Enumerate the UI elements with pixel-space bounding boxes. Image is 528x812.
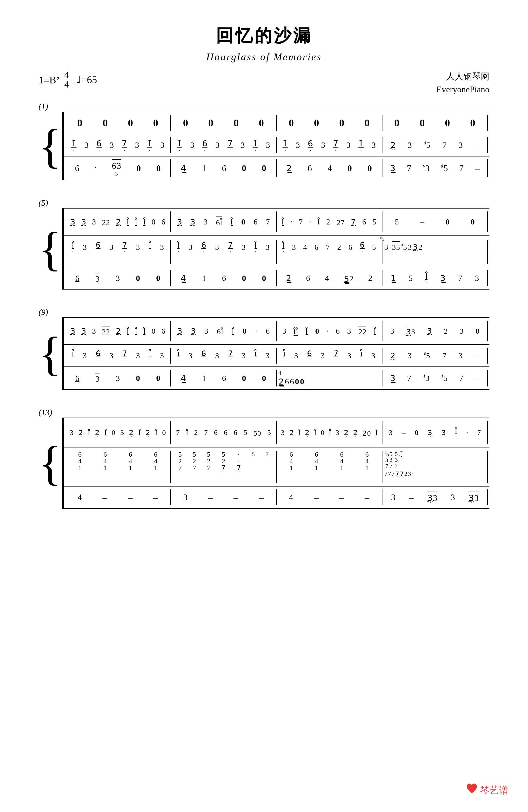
note: i̊ [374, 327, 376, 336]
dotted-chord: 5 3 7 · · [395, 451, 402, 468]
note: 0 [156, 374, 160, 383]
note: 7̇ · [228, 349, 233, 362]
staff-group-9: { 3̣ 3̣ 3 2 2 [39, 317, 489, 390]
note: 2̲ [279, 377, 284, 387]
note: 0 [445, 117, 450, 129]
note: 3 [241, 141, 245, 150]
note: i̊ [127, 327, 129, 336]
measure-15-4: 3 – 3̣ 3 3 3̣ 3 [382, 492, 487, 503]
note: 3̣ [177, 327, 182, 336]
chord-note: 4 [340, 458, 343, 465]
brace-13: { [39, 418, 62, 509]
measure-1-1: 0 0 0 0 [65, 117, 171, 129]
arc-group: 6 i̊ [216, 217, 222, 227]
note: 7 [459, 163, 464, 173]
note: i̊ [135, 217, 137, 227]
note: 6 [214, 429, 218, 437]
note: · [309, 217, 311, 227]
note: 0 [153, 117, 158, 129]
note: · [400, 452, 402, 468]
note: 3 [266, 141, 270, 150]
note: 2 [337, 243, 341, 252]
chord-note: 5 [222, 451, 225, 458]
note: 0 [136, 374, 140, 383]
note: – [409, 492, 413, 503]
staff-row-5-3: 6 · 3 3 0 0 [64, 267, 489, 290]
note: 3̣ [413, 243, 417, 252]
note: i̊ [221, 327, 223, 336]
note: 5 [372, 243, 376, 252]
note: 5 [244, 429, 247, 437]
chord-note: 6 [290, 451, 293, 458]
staff-row-9-3: 6 · 3 3 0 0 [64, 366, 489, 390]
chord-note: · [238, 451, 239, 458]
measure-15-1: 4 – – – [65, 492, 171, 503]
note: i̊ [143, 217, 146, 227]
note: 0 [470, 117, 475, 129]
note: i̊ [220, 218, 222, 227]
note: 6 [336, 327, 340, 336]
note: 3 [84, 141, 88, 150]
note-1b-dot: 1̇ · [147, 139, 152, 151]
note: – [365, 492, 369, 503]
note: 0 [348, 163, 352, 173]
arc-label: 3 [115, 171, 118, 177]
note: 2̣ [391, 351, 395, 360]
note: 7 [266, 451, 268, 458]
bar-end [487, 137, 488, 153]
staff-row-9-2: i̊ · 3 6̇ · 3 7̇ [64, 344, 489, 366]
chord-note: 6 [365, 451, 369, 458]
note: 0 [162, 429, 166, 437]
note: 3 [92, 327, 96, 336]
note: 4̲ [181, 374, 186, 383]
note: 3 [216, 141, 220, 150]
bar-end [487, 212, 488, 232]
note: 3 [371, 351, 375, 360]
note: 2̣ [146, 429, 150, 437]
dot: · [310, 149, 311, 151]
note: 7̇ · [122, 349, 127, 362]
note: 6· [75, 163, 79, 173]
measure-11-1: 6 · 3 3 0 0 [65, 373, 171, 383]
bar-end [487, 421, 488, 444]
note: 7 [204, 429, 208, 437]
note: i̊ [314, 429, 316, 437]
staff-row-5-1: 3̣ 3̣ 3 2 2 2̣ i̊ i̊ i̊ [64, 208, 489, 235]
note: i̊ [376, 429, 377, 437]
measure-2-1: 1̇ · 3 6̇ · 3 7̇ [65, 139, 171, 151]
arc-group: 2 2 [102, 326, 110, 336]
note: 3 [117, 161, 121, 171]
chord-note: 2 [193, 458, 196, 465]
note: 6̇ · [201, 349, 206, 362]
arc-group: · [400, 451, 402, 468]
staff-group-1: { 0 0 0 0 [39, 112, 489, 180]
measure-3-4: 3̲ 7 ♯3 ♯5 7 – [382, 163, 487, 174]
note: 6 [222, 163, 226, 173]
note: 5 [396, 243, 400, 252]
note: 2̣ [116, 217, 121, 227]
logo-text: 琴艺谱 [480, 784, 509, 797]
key-display: 1=B♭ [39, 73, 60, 86]
note: 2 [106, 217, 110, 227]
note: 1̇ [177, 139, 182, 148]
dot: · [284, 149, 286, 151]
chord-note: 7 [207, 465, 210, 472]
chord-note: 5 [193, 451, 196, 458]
note: 2̤ [391, 140, 396, 150]
chord: 6 4 1 [103, 451, 107, 472]
chord-row: ♯5 3 7 5 3 7 [384, 451, 402, 469]
measure-10-3: i̊ · 3 6̇ · 3 7̇ [277, 349, 382, 362]
note: i̊· [282, 217, 284, 227]
note: 4 [327, 163, 332, 173]
note: i̊ · [455, 426, 457, 439]
note: 2̣ [289, 429, 294, 437]
bar-end [487, 321, 488, 342]
note: 3 [346, 141, 350, 150]
chord: ♯5 3 7 [384, 451, 389, 469]
note: – [314, 492, 319, 503]
chord: 5 2 7 [193, 451, 196, 472]
note: 0 [242, 374, 246, 383]
note: 0 [136, 274, 140, 283]
note: 3 [390, 327, 394, 336]
note: 5 [253, 429, 257, 437]
